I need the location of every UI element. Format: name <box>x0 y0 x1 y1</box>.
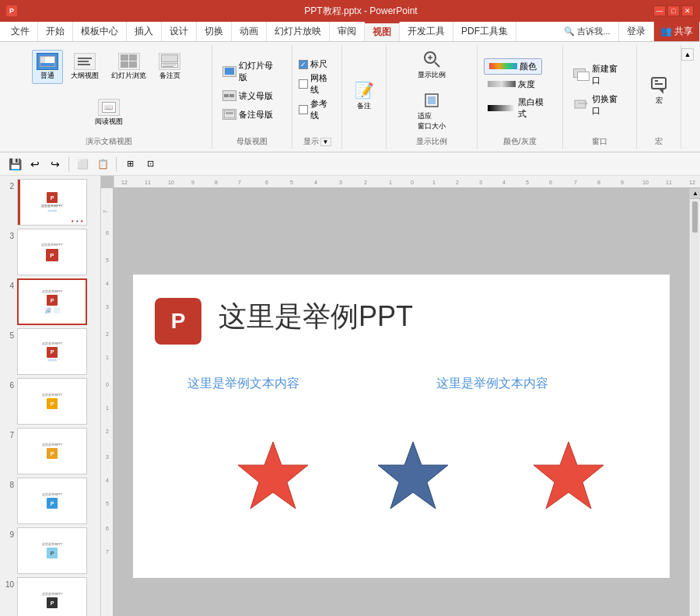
tab-file[interactable]: 文件 <box>3 22 38 41</box>
tab-slideshow[interactable]: 幻灯片放映 <box>267 22 330 41</box>
tab-help[interactable]: 🔍 吉诉我... <box>556 22 618 41</box>
ribbon-group-color: 颜色 灰度 黑白模式 颜色/灰度 <box>478 45 563 149</box>
macro-group-label: 宏 <box>655 136 663 149</box>
login-button[interactable]: 登录 <box>619 22 654 41</box>
redo-tool-button[interactable]: ↪ <box>47 156 64 173</box>
new-window-button[interactable]: 新建窗口 <box>569 61 631 89</box>
slide-thumb-5[interactable]: 5 这里是举例PPT P 文本内容 <box>3 328 97 375</box>
tool-btn-4[interactable]: ⊡ <box>142 156 159 173</box>
normal-view-label: 普通 <box>40 71 54 81</box>
tab-insert[interactable]: 插入 <box>127 22 162 41</box>
slide-img-10: 这里是举例PPT P <box>17 577 87 616</box>
color-button[interactable]: 颜色 <box>484 58 542 75</box>
macro-icon <box>648 74 670 96</box>
tab-pdf[interactable]: PDF工具集 <box>453 22 516 41</box>
macro-label: 宏 <box>656 96 663 106</box>
quick-access-toolbar: 💾 ↩ ↪ ⬜ 📋 ⊞ ⊡ <box>0 152 700 176</box>
undo-tool-button[interactable]: ↩ <box>26 156 44 173</box>
reading-view-button[interactable]: 📖 阅读视图 <box>90 96 128 130</box>
svg-rect-5 <box>428 96 436 104</box>
fit-window-button[interactable]: 适应窗口大小 <box>413 86 450 135</box>
svg-text:7: 7 <box>238 180 241 185</box>
minimize-button[interactable]: — <box>653 5 666 16</box>
svg-text:9: 9 <box>621 180 624 185</box>
svg-text:6: 6 <box>549 180 552 185</box>
star-red-1 <box>234 438 312 518</box>
tab-review[interactable]: 审阅 <box>330 22 365 41</box>
ribbon-group-master-view: 幻灯片母版 讲义母版 <box>212 45 292 149</box>
gridlines-label: 网格线 <box>310 72 336 96</box>
blackwhite-button[interactable]: 黑白模式 <box>484 94 556 122</box>
tab-view[interactable]: 视图 <box>365 22 400 41</box>
fit-window-icon <box>421 89 443 111</box>
tab-home[interactable]: 开始 <box>38 22 73 41</box>
zoom-button[interactable]: 显示比例 <box>413 45 450 83</box>
scroll-track <box>691 200 699 616</box>
tab-template[interactable]: 模板中心 <box>73 22 127 41</box>
save-tool-button[interactable]: 💾 <box>6 156 23 173</box>
slide-subtitle1: 这里是举例文本内容 <box>187 376 299 392</box>
show-label: 显示 <box>303 136 319 149</box>
notes-button[interactable]: 📝 备注 <box>348 76 380 114</box>
slide-thumb-4[interactable]: 4 这里是举例PPT P 🔗 <box>3 278 97 325</box>
tab-developer[interactable]: 开发工具 <box>400 22 453 41</box>
guides-checkbox[interactable]: 参考线 <box>299 98 336 121</box>
slide-thumb-8[interactable]: 8 这里是举例PPT P <box>3 478 97 524</box>
ribbon-group-zoom: 显示比例 适应窗口大小 显示比例 <box>387 45 478 149</box>
grayscale-button[interactable]: 灰度 <box>484 76 539 93</box>
slide-title: 这里是举例PPT <box>219 298 413 336</box>
handout-master-label: 讲义母版 <box>239 90 273 102</box>
svg-text:8: 8 <box>215 180 218 185</box>
slide-num-6: 6 <box>3 381 14 390</box>
slide-thumb-3[interactable]: 3 这里是举例PPT P <box>3 229 97 275</box>
gridlines-checkbox[interactable]: 网格线 <box>299 72 336 96</box>
slide-thumb-9[interactable]: 9 这里是举例PPT P <box>3 527 97 574</box>
slide-logo: P <box>155 298 201 345</box>
scroll-thumb[interactable] <box>692 201 698 233</box>
copy-tool-button[interactable]: ⬜ <box>74 156 91 173</box>
notes-master-button[interactable]: 备注母版 <box>219 107 277 123</box>
show-checkboxes: ✓ 标尺 网格线 参考线 <box>299 45 336 135</box>
vertical-scrollbar[interactable]: ▲ ▼ <box>689 188 700 616</box>
ruler-checkbox[interactable]: ✓ 标尺 <box>299 58 327 70</box>
maximize-button[interactable]: □ <box>667 5 680 16</box>
slide-thumb-7[interactable]: 7 这里是举例PPT P <box>3 428 97 474</box>
notes-page-button[interactable]: 备注页 <box>154 50 185 84</box>
tab-animation[interactable]: 动画 <box>232 22 267 41</box>
slide-thumb-2[interactable]: 2 P 这里是举例PPT 文本内容 ★ ★ ★ <box>3 179 97 226</box>
tab-design[interactable]: 设计 <box>162 22 197 41</box>
toolbar-separator-1 <box>68 157 69 171</box>
tool-btn-3[interactable]: ⊞ <box>121 156 138 173</box>
handout-master-button[interactable]: 讲义母版 <box>219 88 277 104</box>
ribbon-collapse-button[interactable]: ▲ <box>681 45 694 149</box>
slide-master-icon <box>222 66 236 77</box>
slide-master-button[interactable]: 幻灯片母版 <box>219 58 285 86</box>
window-controls: — □ ✕ <box>653 5 694 16</box>
close-button[interactable]: ✕ <box>681 5 694 16</box>
svg-text:1: 1 <box>389 180 392 185</box>
slide-sorter-button[interactable]: 幻灯片浏览 <box>107 50 151 84</box>
slide-img-9: 这里是举例PPT P <box>17 527 87 574</box>
slide-thumb-6[interactable]: 6 这里是举例PPT P <box>3 378 97 425</box>
macro-button[interactable]: 宏 <box>643 71 674 109</box>
zoom-icon <box>421 48 443 70</box>
master-view-label: 母版视图 <box>236 136 268 149</box>
switch-window-button[interactable]: 切换窗口 <box>569 91 631 119</box>
svg-text:5: 5 <box>106 257 109 263</box>
outline-view-button[interactable]: 大纲视图 <box>66 50 103 84</box>
notes-master-icon <box>222 109 236 120</box>
paste-tool-button[interactable]: 📋 <box>94 156 111 173</box>
ribbon-tab-bar: 文件 开始 模板中心 插入 设计 切换 动画 幻灯片放映 审阅 视图 开发工具 … <box>0 22 700 42</box>
notes-icon: 📝 <box>353 79 375 101</box>
zoom-label: 显示比例 <box>418 70 446 80</box>
normal-view-button[interactable]: 普通 <box>32 50 63 84</box>
slide-thumb-10[interactable]: 10 这里是举例PPT P <box>3 577 97 616</box>
scroll-up-button[interactable]: ▲ <box>690 188 700 199</box>
share-button[interactable]: 👥 共享 <box>654 22 700 41</box>
svg-text:4: 4 <box>106 281 109 286</box>
tab-transition[interactable]: 切换 <box>197 22 232 41</box>
slide-sorter-icon <box>118 53 140 70</box>
show-expand-icon[interactable]: ▼ <box>320 138 331 146</box>
main-area: 2 P 这里是举例PPT 文本内容 ★ ★ ★ 3 <box>0 176 700 616</box>
notes-page-label: 备注页 <box>159 71 180 81</box>
